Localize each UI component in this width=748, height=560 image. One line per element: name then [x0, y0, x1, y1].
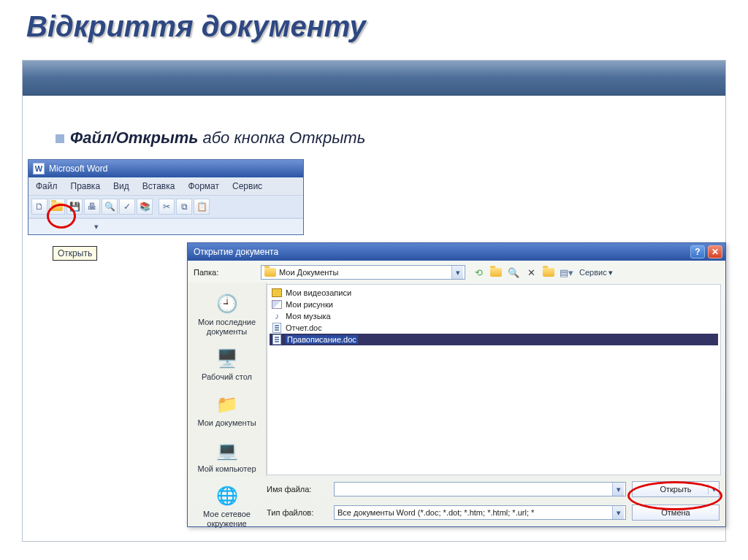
chevron-down-icon: ▾	[451, 266, 463, 279]
toolbar-paste-icon[interactable]: 📋	[194, 199, 210, 215]
instruction-rest: або кнопка Открыть	[198, 129, 365, 147]
folder-label: Папка:	[194, 268, 255, 277]
folder-up-icon	[490, 268, 502, 277]
list-item-selected[interactable]: Правописание.doc	[270, 334, 718, 345]
toolbar-spell-icon[interactable]: ✓	[119, 199, 135, 215]
folder-video-icon	[271, 288, 283, 298]
filetype-label: Тип файлов:	[267, 508, 328, 517]
toolbar-research-icon[interactable]: 📚	[137, 199, 153, 215]
place-mycomputer[interactable]: 💻 Мой компьютер	[194, 434, 261, 480]
folder-open-icon	[51, 202, 63, 211]
doc-file-icon	[271, 334, 283, 345]
style-dropdown-icon[interactable]: ▾	[94, 222, 99, 231]
file-name: Отчет.doc	[286, 323, 322, 332]
open-file-dialog: Открытие документа ? ✕ Папка: Мои Докуме…	[187, 242, 726, 527]
folder-combo[interactable]: Мои Документы ▾	[261, 265, 465, 280]
menu-edit[interactable]: Правка	[65, 180, 107, 193]
menu-tools[interactable]: Сервис	[226, 180, 268, 193]
file-list[interactable]: Мои видеозаписи Мои рисунки ♪ Моя музыка…	[267, 284, 721, 475]
cancel-button[interactable]: Отмена	[632, 505, 720, 521]
word-window-title: Microsoft Word	[49, 164, 107, 174]
filename-label: Имя файла:	[267, 485, 328, 494]
dialog-titlebar: Открытие документа ? ✕	[188, 243, 725, 261]
views-icon[interactable]: ▤▾	[559, 265, 573, 280]
back-icon[interactable]: ⟲	[471, 265, 486, 280]
word-menubar: Файл Правка Вид Вставка Формат Сервис	[28, 177, 303, 196]
filetype-value: Все документы Word (*.doc; *.dot; *.htm;…	[337, 508, 609, 517]
menu-insert[interactable]: Вставка	[137, 180, 181, 193]
recent-icon: 🕘	[213, 291, 241, 316]
instruction-text: Файл/Открыть або кнопка Открыть	[70, 129, 365, 147]
list-item[interactable]: Мои рисунки	[270, 299, 718, 310]
word-titlebar: W Microsoft Word	[28, 160, 303, 177]
dialog-bottom-left-spacer	[188, 480, 267, 518]
cancel-button-label: Отмена	[661, 508, 690, 517]
place-desktop[interactable]: 🖥️ Рабочий стол	[194, 342, 261, 388]
menu-format[interactable]: Формат	[182, 180, 225, 193]
service-label: Сервис	[579, 268, 607, 277]
list-item[interactable]: Отчет.doc	[270, 322, 718, 334]
instruction-path: Файл/Открыть	[70, 129, 198, 147]
chevron-down-icon: ▾	[608, 268, 613, 277]
dialog-title: Открытие документа	[194, 247, 278, 257]
mydocuments-icon: 📁	[213, 392, 241, 417]
delete-icon[interactable]: ✕	[524, 265, 538, 280]
file-name: Моя музыка	[286, 312, 331, 321]
filename-input[interactable]: ▾	[334, 482, 626, 496]
service-dropdown[interactable]: Сервис ▾	[576, 268, 616, 277]
place-desktop-label: Рабочий стол	[195, 372, 259, 382]
file-name: Правописание.doc	[286, 335, 358, 344]
toolbar-preview-icon[interactable]: 🔍	[102, 199, 118, 215]
dialog-toolbar: ⟲ 🔍 ✕ ▤▾ Сервис ▾	[471, 265, 616, 280]
list-item[interactable]: Мои видеозаписи	[270, 287, 718, 299]
toolbar-open-icon[interactable]	[49, 199, 65, 215]
dialog-folder-row: Папка: Мои Документы ▾ ⟲ 🔍 ✕ ▤▾ Сервис ▾	[188, 261, 725, 283]
file-name: Мои рисунки	[286, 300, 333, 309]
mycomputer-icon: 💻	[213, 438, 241, 463]
slide-title: Відкриття документу	[26, 10, 366, 43]
place-mydocs-label: Мои документы	[195, 418, 259, 428]
word-window: W Microsoft Word Файл Правка Вид Вставка…	[28, 159, 304, 235]
file-name: Мои видеозаписи	[286, 288, 351, 297]
menu-file[interactable]: Файл	[30, 180, 64, 193]
toolbar-cut-icon[interactable]: ✂	[159, 199, 175, 215]
desktop-icon: 🖥️	[213, 346, 241, 371]
place-mydocs[interactable]: 📁 Мои документы	[194, 388, 261, 434]
outer-frame-header	[23, 61, 725, 96]
search-web-icon[interactable]: 🔍	[506, 265, 521, 280]
folder-value: Мои Документы	[279, 268, 449, 277]
new-folder-glyph-icon	[543, 268, 554, 277]
open-button[interactable]: Открыть ▾	[632, 481, 720, 497]
dialog-bottom: Имя файла: ▾ Открыть ▾ Тип файлов: Все д…	[188, 477, 725, 523]
folder-music-icon: ♪	[271, 311, 283, 321]
filetype-combo[interactable]: Все документы Word (*.doc; *.dot; *.htm;…	[334, 505, 626, 520]
folder-pictures-icon	[271, 299, 283, 310]
word-toolbar: 🗋 💾 🖶 🔍 ✓ 📚 ✂ ⧉ 📋	[28, 196, 303, 218]
place-recent-label: Мои последние документы	[195, 318, 259, 336]
menu-view[interactable]: Вид	[107, 180, 135, 193]
open-button-label: Открыть	[660, 485, 691, 494]
dialog-body: 🕘 Мои последние документы 🖥️ Рабочий сто…	[188, 283, 725, 477]
chevron-down-icon: ▾	[612, 483, 624, 496]
place-mycomputer-label: Мой компьютер	[195, 464, 259, 474]
folder-icon	[264, 268, 276, 277]
word-toolbar-lower: ▾	[28, 218, 303, 234]
word-app-icon: W	[33, 163, 45, 174]
chevron-down-icon: ▾	[612, 506, 624, 519]
chevron-down-icon: ▾	[712, 486, 716, 494]
tooltip-open: Открыть	[53, 246, 97, 261]
doc-file-icon	[271, 323, 283, 333]
place-recent[interactable]: 🕘 Мои последние документы	[194, 287, 261, 342]
close-button-icon[interactable]: ✕	[708, 245, 722, 258]
places-bar: 🕘 Мои последние документы 🖥️ Рабочий сто…	[188, 283, 267, 477]
new-folder-icon[interactable]	[541, 265, 556, 280]
toolbar-copy-icon[interactable]: ⧉	[176, 199, 192, 215]
toolbar-save-icon[interactable]: 💾	[66, 199, 83, 215]
list-item[interactable]: ♪ Моя музыка	[270, 310, 718, 322]
slide: Відкриття документу Файл/Открыть або кно…	[0, 0, 748, 560]
bullet-icon	[56, 134, 64, 143]
toolbar-new-icon[interactable]: 🗋	[31, 199, 47, 215]
toolbar-print-icon[interactable]: 🖶	[84, 199, 100, 215]
up-one-level-icon[interactable]	[489, 265, 503, 280]
help-button-icon[interactable]: ?	[690, 245, 705, 258]
